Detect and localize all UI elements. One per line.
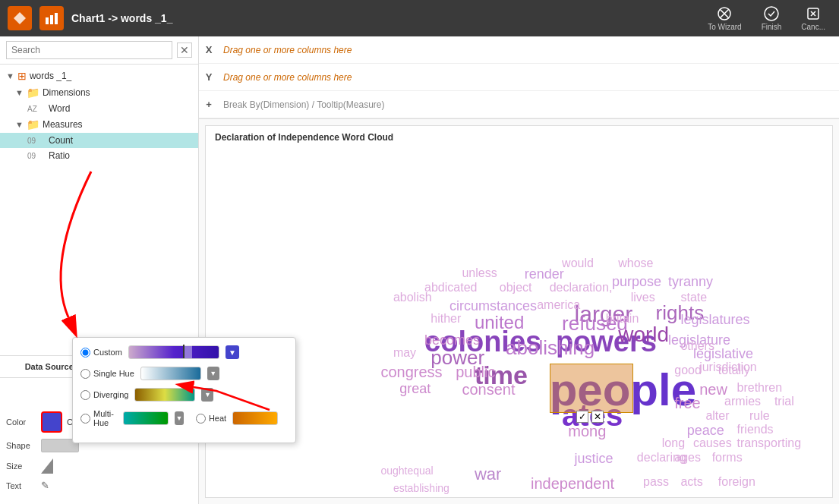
word-item[interactable]: abolishing (506, 336, 595, 360)
word-item[interactable]: purpose (612, 274, 661, 290)
single-hue-label[interactable]: Single Hue (80, 369, 134, 379)
word-item[interactable]: others (680, 339, 714, 353)
x-drop-area[interactable]: Drag one or more columns here (214, 39, 839, 61)
heat-radio[interactable] (196, 414, 206, 424)
plus-drop-area[interactable]: Break By(Dimension) / Tooltip(Measure) (214, 93, 839, 116)
word-cloud: peoplecoloniespowerstimeateslargerrights… (206, 149, 832, 497)
word-item[interactable]: friends (737, 423, 774, 436)
word-item[interactable]: war (475, 465, 501, 484)
word-item[interactable]: rule (749, 409, 770, 423)
bottom-options-row: Multi-Hue ▼ Heat (80, 409, 288, 435)
word-item[interactable]: oughtequal (380, 465, 433, 477)
y-drop-area[interactable]: Drag one or more columns here (214, 66, 839, 89)
text-row-label: Text (6, 481, 36, 490)
diverging-label[interactable]: Diverging (80, 390, 128, 400)
word-item[interactable]: lives (631, 291, 655, 304)
word-item[interactable]: unless (462, 266, 497, 280)
word-item[interactable]: trial (774, 395, 794, 408)
word-item[interactable]: good (674, 364, 702, 377)
diverging-gradient[interactable] (134, 388, 195, 402)
word-item[interactable]: transporting (737, 436, 802, 450)
diverging-text: Diverging (93, 390, 128, 399)
word-item[interactable]: establishing (393, 482, 449, 494)
multi-hue-radio[interactable] (80, 414, 90, 424)
word-item[interactable]: state (680, 291, 707, 304)
word-item[interactable]: armies (724, 395, 761, 408)
heat-label[interactable]: Heat (196, 414, 226, 424)
word-item[interactable]: causes (693, 436, 732, 450)
word-item[interactable]: foreign (718, 475, 755, 489)
app-logo (8, 6, 32, 30)
search-input[interactable] (6, 41, 172, 59)
text-edit-icon[interactable]: ✎ (41, 480, 53, 492)
format-panel: Color Count ✎ Σ Shape Size Text ✎ (0, 377, 198, 504)
word-item[interactable]: declaration, (550, 281, 613, 295)
custom-gradient[interactable] (128, 345, 219, 359)
diverging-dropdown[interactable]: ▼ (201, 388, 213, 402)
word-item[interactable]: declaring (637, 451, 686, 465)
cancel-button[interactable]: Canc... (795, 3, 831, 34)
word-item[interactable]: may (393, 346, 416, 360)
word-item[interactable]: alter (705, 409, 729, 423)
word-item[interactable]: tyranny (668, 274, 713, 290)
tree-dimensions[interactable]: ▼ 📁 Dimensions (0, 84, 198, 101)
search-close-button[interactable]: ✕ (177, 43, 192, 58)
tree-measures[interactable]: ▼ 📁 Measures (0, 116, 198, 133)
chart-type-icon[interactable] (39, 6, 64, 30)
single-hue-dropdown[interactable]: ▼ (207, 367, 219, 380)
tree-root[interactable]: ▼ ⊞ words _1_ (0, 68, 198, 84)
word-item[interactable]: consent (462, 381, 515, 398)
custom-radio-label[interactable]: Custom (80, 348, 122, 358)
multi-hue-gradient[interactable] (123, 411, 169, 425)
word-item[interactable]: legislatures (680, 312, 749, 328)
word-item[interactable]: america (537, 298, 580, 312)
word-label: Word (49, 103, 70, 114)
word-item[interactable]: would (562, 257, 594, 270)
wizard-button[interactable]: To Wizard (702, 3, 747, 34)
word-item[interactable]: pass (643, 475, 669, 489)
single-hue-text: Single Hue (93, 369, 134, 378)
x-label: X (199, 44, 214, 55)
word-item[interactable]: independent (531, 475, 614, 493)
word-item[interactable]: congress (380, 364, 442, 381)
dimensions-label: Dimensions (43, 87, 90, 98)
word-item[interactable]: britain (606, 312, 639, 326)
word-item[interactable]: mong (568, 423, 606, 440)
word-item[interactable]: new (699, 381, 727, 398)
word-item[interactable]: public (456, 364, 495, 381)
word-item[interactable]: forms (712, 451, 743, 465)
word-item[interactable]: long (662, 436, 685, 450)
tree-count[interactable]: 09 Count (0, 133, 198, 148)
word-item[interactable]: totally (718, 364, 750, 377)
ratio-label: Ratio (49, 150, 70, 161)
word-item[interactable]: becomes (424, 332, 480, 348)
highlight-check[interactable]: ✓ (576, 411, 588, 423)
single-hue-radio[interactable] (80, 369, 90, 379)
word-item[interactable]: free (674, 395, 700, 412)
heat-gradient[interactable] (232, 411, 278, 425)
color-swatch[interactable] (41, 411, 62, 433)
tree-area: ▼ ⊞ words _1_ ▼ 📁 Dimensions AZ Word ▼ 📁… (0, 65, 198, 355)
drop-zone-plus: + Break By(Dimension) / Tooltip(Measure) (199, 91, 839, 118)
shape-row-label: Shape (6, 441, 36, 450)
tree-word[interactable]: AZ Word (0, 101, 198, 116)
custom-radio[interactable] (80, 348, 90, 358)
word-item[interactable]: brethren (737, 381, 783, 395)
tree-ratio[interactable]: 09 Ratio (0, 148, 198, 163)
highlight-close[interactable]: ✕ (591, 411, 604, 423)
word-item[interactable]: justice (575, 451, 613, 467)
word-item[interactable]: great (399, 381, 431, 397)
word-item[interactable]: circumstances (449, 298, 537, 314)
diverging-radio[interactable] (80, 390, 90, 400)
word-item[interactable]: united (475, 312, 524, 333)
multi-hue-dropdown[interactable]: ▼ (175, 411, 184, 425)
word-item[interactable]: object (500, 281, 532, 295)
word-item[interactable]: acts (680, 475, 702, 489)
multi-hue-label[interactable]: Multi-Hue (80, 409, 117, 427)
word-item[interactable]: whose (618, 257, 653, 270)
svg-point-4 (765, 7, 778, 20)
custom-dropdown-arrow[interactable]: ▼ (226, 345, 239, 359)
word-item[interactable]: abdicated (424, 281, 477, 295)
finish-button[interactable]: Finish (755, 3, 788, 34)
single-hue-gradient[interactable] (140, 367, 201, 380)
